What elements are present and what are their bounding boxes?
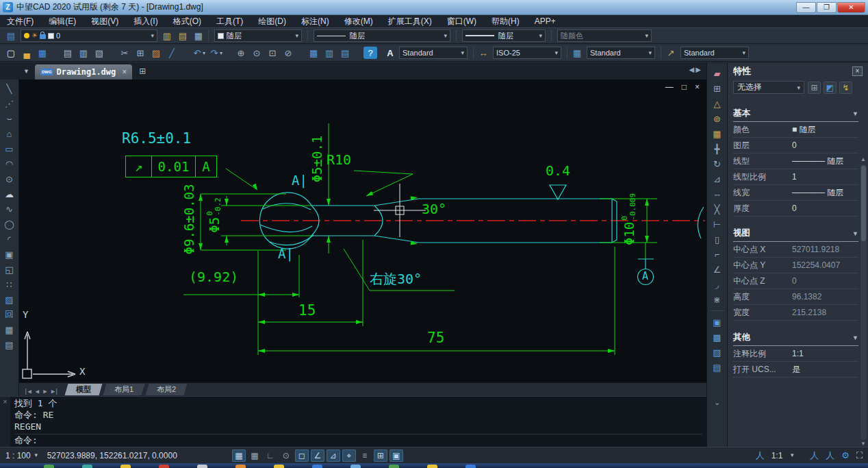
property-row[interactable]: 线宽 ———— 随层 [733,185,858,201]
annotation-monitor-icon[interactable]: 人 [826,449,834,462]
minimize-button[interactable]: — [796,2,816,13]
extend-icon[interactable]: ⊢ [710,218,725,230]
select-objects-icon[interactable]: ⊞ [808,82,821,94]
text-style-icon[interactable]: A [384,48,396,58]
section-header-view[interactable]: 视图▼ [733,227,858,242]
save-icon[interactable]: ▦ [36,47,49,59]
zoom-realtime-icon[interactable]: ⊙ [250,47,264,59]
taskbar-app-icon[interactable] [197,465,207,468]
tab-scroll-arrows[interactable]: ◀▶ [689,66,702,73]
polygon-icon[interactable]: ⌂ [2,127,17,140]
section-header-basic[interactable]: 基本▼ [733,108,858,122]
taskbar-app-icon[interactable] [465,465,476,468]
section-header-other[interactable]: 其他▼ [733,332,858,346]
transparency-toggle[interactable]: ▣ [390,449,403,462]
ellipse-icon[interactable]: ◯ [2,218,17,230]
undo-icon[interactable]: ↶ [190,47,204,59]
menu-item[interactable]: 扩展工具(X) [388,16,432,27]
property-row[interactable]: 厚度 0 [733,201,858,217]
taskbar-app-icon[interactable] [159,465,169,468]
menu-item[interactable]: APP+ [535,16,556,26]
osnap-toggle[interactable]: ◻ [295,449,309,462]
move-icon[interactable]: ╋ [710,143,725,155]
stretch-icon[interactable]: ⇔ [710,188,725,200]
cycle-toggle[interactable]: ⊞ [374,449,387,462]
text-style-dropdown[interactable]: Standard▾ [399,47,468,59]
close-button[interactable]: ✕ [837,2,865,13]
mirror-icon[interactable]: △ [710,97,725,110]
open-file-icon[interactable]: ▄ [20,47,34,59]
scale-icon[interactable]: ⊿ [710,173,725,185]
hatch-icon[interactable]: ▨ [2,293,17,306]
send-to-back-icon[interactable]: ▩ [710,331,725,343]
revcloud-icon[interactable]: ☁ [2,188,17,200]
dim-style-icon[interactable]: ↔ [476,47,490,59]
fullscreen-icon[interactable]: ⛶ [856,450,863,461]
layer-previous-icon[interactable]: ▥ [160,29,174,42]
linetype-control-dropdown[interactable]: 随层 ▾ [314,29,450,42]
annotation-scale-value[interactable]: 1:1 [771,451,783,460]
chevron-down-icon[interactable]: ▾ [220,50,222,56]
bring-above-icon[interactable]: ▨ [710,346,725,358]
taskbar-app-icon[interactable] [350,465,361,468]
fillet-icon[interactable]: ◞ [710,278,725,291]
line-icon[interactable]: ╲ [2,82,17,95]
taskbar-app-icon[interactable] [427,465,437,468]
layout-nav-arrow[interactable]: |◀ [24,388,31,395]
mleader-style-dropdown[interactable]: Standard▾ [680,47,749,59]
layer-manager-icon[interactable]: ▦ [192,29,205,42]
taskbar-app-icon[interactable] [82,465,92,468]
menu-item[interactable]: 格式(O) [173,16,201,27]
break-icon[interactable]: ▯ [710,233,725,245]
drawing-canvas[interactable]: R6.5±0.1 ↗ 0.01 A A| A| Φ9.6±0.03 Φ5 0-0… [19,79,706,382]
trim-icon[interactable]: ╳ [710,203,725,215]
property-row[interactable]: 颜色 ■ 随层 [733,122,858,138]
scroll-down-icon[interactable]: ▼ [860,441,866,447]
dim-style-dropdown[interactable]: ISO-25▾ [493,47,561,59]
table-style-dropdown[interactable]: Standard▾ [587,47,655,59]
layer-control-dropdown[interactable]: ☀ 0 ▾ [21,29,157,42]
match-properties-icon[interactable]: ╱ [165,47,179,59]
quick-select-icon[interactable]: ◩ [824,82,837,94]
taskbar-app-icon[interactable] [44,465,54,468]
polar-toggle[interactable]: ⊙ [279,449,293,462]
viewport-scale[interactable]: 1 : 100 [5,451,31,460]
scroll-up-icon[interactable]: ▲ [860,156,866,162]
zoom-window-icon[interactable]: ⊡ [266,47,279,59]
property-row[interactable]: 中心点 Z 0 [733,273,858,289]
xline-icon[interactable]: ⋰ [2,97,17,110]
rectangle-icon[interactable]: ▭ [2,143,17,155]
grid-toggle[interactable]: ▦ [232,449,246,462]
table-grid-icon[interactable]: ▦ [2,323,17,336]
array-icon[interactable]: ▦ [710,127,725,140]
otrack-toggle[interactable]: ∠ [311,449,324,462]
chamfer-icon[interactable]: ∠ [710,263,725,275]
tab-close-icon[interactable]: × [122,67,127,77]
snap-toggle[interactable]: ▦ [248,449,261,462]
new-document-button[interactable]: ⊞ [139,66,146,76]
sheet-icon[interactable]: ▤ [338,47,352,59]
gear-icon[interactable]: ⚙ [841,450,850,460]
layout-tab[interactable]: 布局2 [145,384,187,395]
arc-icon[interactable]: ◠ [2,158,17,170]
property-row[interactable]: 线型比例 1 [733,169,858,185]
lineweight-control-dropdown[interactable]: 随层 ▾ [462,29,546,42]
layout-tab[interactable]: 布局1 [103,384,144,395]
point-icon[interactable]: ∷ [2,278,17,291]
make-block-icon[interactable]: ◱ [2,263,17,275]
property-row[interactable]: 打开 UCS... 是 [733,362,858,378]
menu-item[interactable]: 文件(F) [7,16,34,27]
command-close-icon[interactable]: × [0,398,10,406]
ortho-toggle[interactable]: ∟ [264,449,277,462]
explode-icon[interactable]: ⋇ [710,293,725,306]
property-row[interactable]: 线型 ———— 随层 [733,153,858,169]
taskbar-app-icon[interactable] [274,465,284,468]
copy-object-icon[interactable]: ⊞ [710,82,725,95]
taskbar-app-icon[interactable] [235,465,246,468]
spline-icon[interactable]: ∿ [2,203,17,215]
dock-arrow-icon[interactable]: ▼ [23,68,29,75]
property-row[interactable]: 中心点 Y 152254.0407 [733,258,858,273]
new-file-icon[interactable]: ▢ [4,47,18,59]
doc-close-button[interactable]: × [695,82,700,92]
property-row[interactable]: 宽度 215.2138 [733,305,858,321]
